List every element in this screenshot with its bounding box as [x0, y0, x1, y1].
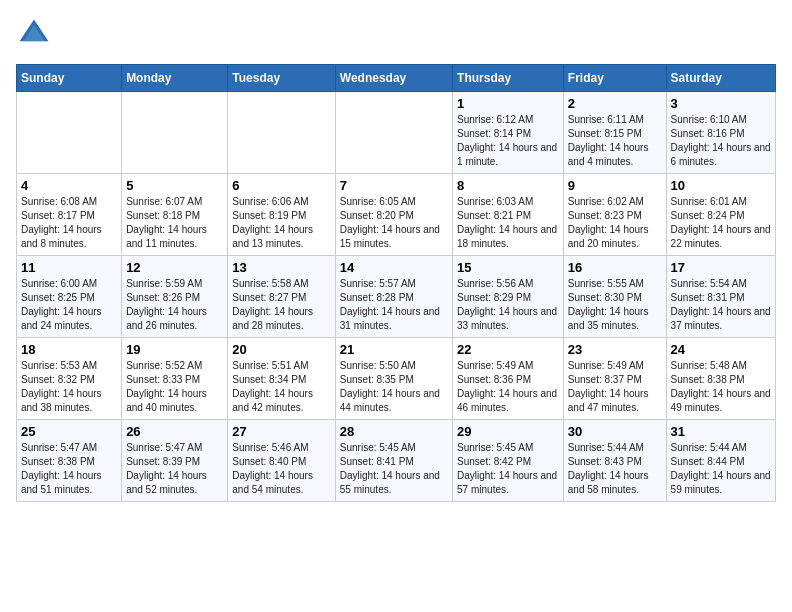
day-info: Sunrise: 5:55 AM Sunset: 8:30 PM Dayligh… — [568, 277, 662, 333]
day-info: Sunrise: 5:44 AM Sunset: 8:43 PM Dayligh… — [568, 441, 662, 497]
calendar-cell: 29Sunrise: 5:45 AM Sunset: 8:42 PM Dayli… — [453, 420, 564, 502]
calendar-cell: 8Sunrise: 6:03 AM Sunset: 8:21 PM Daylig… — [453, 174, 564, 256]
calendar-cell: 19Sunrise: 5:52 AM Sunset: 8:33 PM Dayli… — [122, 338, 228, 420]
calendar-cell: 2Sunrise: 6:11 AM Sunset: 8:15 PM Daylig… — [563, 92, 666, 174]
day-info: Sunrise: 5:59 AM Sunset: 8:26 PM Dayligh… — [126, 277, 223, 333]
calendar-cell: 12Sunrise: 5:59 AM Sunset: 8:26 PM Dayli… — [122, 256, 228, 338]
day-info: Sunrise: 6:07 AM Sunset: 8:18 PM Dayligh… — [126, 195, 223, 251]
day-info: Sunrise: 6:05 AM Sunset: 8:20 PM Dayligh… — [340, 195, 448, 251]
day-info: Sunrise: 6:11 AM Sunset: 8:15 PM Dayligh… — [568, 113, 662, 169]
day-number: 13 — [232, 260, 330, 275]
day-info: Sunrise: 5:45 AM Sunset: 8:41 PM Dayligh… — [340, 441, 448, 497]
day-info: Sunrise: 5:56 AM Sunset: 8:29 PM Dayligh… — [457, 277, 559, 333]
day-number: 25 — [21, 424, 117, 439]
day-number: 18 — [21, 342, 117, 357]
calendar-cell: 23Sunrise: 5:49 AM Sunset: 8:37 PM Dayli… — [563, 338, 666, 420]
weekday-header-saturday: Saturday — [666, 65, 775, 92]
day-info: Sunrise: 5:48 AM Sunset: 8:38 PM Dayligh… — [671, 359, 771, 415]
day-info: Sunrise: 5:49 AM Sunset: 8:36 PM Dayligh… — [457, 359, 559, 415]
day-number: 8 — [457, 178, 559, 193]
calendar-header: SundayMondayTuesdayWednesdayThursdayFrid… — [17, 65, 776, 92]
logo — [16, 16, 58, 52]
day-number: 3 — [671, 96, 771, 111]
day-number: 19 — [126, 342, 223, 357]
calendar-cell: 17Sunrise: 5:54 AM Sunset: 8:31 PM Dayli… — [666, 256, 775, 338]
calendar-cell: 5Sunrise: 6:07 AM Sunset: 8:18 PM Daylig… — [122, 174, 228, 256]
day-info: Sunrise: 6:06 AM Sunset: 8:19 PM Dayligh… — [232, 195, 330, 251]
day-info: Sunrise: 5:44 AM Sunset: 8:44 PM Dayligh… — [671, 441, 771, 497]
week-row-1: 1Sunrise: 6:12 AM Sunset: 8:14 PM Daylig… — [17, 92, 776, 174]
calendar-cell: 10Sunrise: 6:01 AM Sunset: 8:24 PM Dayli… — [666, 174, 775, 256]
day-number: 15 — [457, 260, 559, 275]
calendar-cell — [17, 92, 122, 174]
calendar-cell: 13Sunrise: 5:58 AM Sunset: 8:27 PM Dayli… — [228, 256, 335, 338]
weekday-header-tuesday: Tuesday — [228, 65, 335, 92]
calendar-cell: 26Sunrise: 5:47 AM Sunset: 8:39 PM Dayli… — [122, 420, 228, 502]
day-info: Sunrise: 6:12 AM Sunset: 8:14 PM Dayligh… — [457, 113, 559, 169]
page-header — [16, 16, 776, 52]
calendar-cell: 16Sunrise: 5:55 AM Sunset: 8:30 PM Dayli… — [563, 256, 666, 338]
calendar-body: 1Sunrise: 6:12 AM Sunset: 8:14 PM Daylig… — [17, 92, 776, 502]
week-row-4: 18Sunrise: 5:53 AM Sunset: 8:32 PM Dayli… — [17, 338, 776, 420]
day-number: 12 — [126, 260, 223, 275]
calendar-cell: 21Sunrise: 5:50 AM Sunset: 8:35 PM Dayli… — [335, 338, 452, 420]
day-info: Sunrise: 5:57 AM Sunset: 8:28 PM Dayligh… — [340, 277, 448, 333]
calendar-cell: 11Sunrise: 6:00 AM Sunset: 8:25 PM Dayli… — [17, 256, 122, 338]
weekday-header-wednesday: Wednesday — [335, 65, 452, 92]
day-info: Sunrise: 5:54 AM Sunset: 8:31 PM Dayligh… — [671, 277, 771, 333]
day-info: Sunrise: 5:58 AM Sunset: 8:27 PM Dayligh… — [232, 277, 330, 333]
calendar-cell: 20Sunrise: 5:51 AM Sunset: 8:34 PM Dayli… — [228, 338, 335, 420]
day-number: 14 — [340, 260, 448, 275]
day-number: 23 — [568, 342, 662, 357]
calendar-cell: 30Sunrise: 5:44 AM Sunset: 8:43 PM Dayli… — [563, 420, 666, 502]
calendar-cell: 1Sunrise: 6:12 AM Sunset: 8:14 PM Daylig… — [453, 92, 564, 174]
day-number: 10 — [671, 178, 771, 193]
day-info: Sunrise: 5:46 AM Sunset: 8:40 PM Dayligh… — [232, 441, 330, 497]
day-number: 7 — [340, 178, 448, 193]
day-info: Sunrise: 5:45 AM Sunset: 8:42 PM Dayligh… — [457, 441, 559, 497]
day-number: 24 — [671, 342, 771, 357]
week-row-2: 4Sunrise: 6:08 AM Sunset: 8:17 PM Daylig… — [17, 174, 776, 256]
day-number: 29 — [457, 424, 559, 439]
day-number: 21 — [340, 342, 448, 357]
day-info: Sunrise: 5:53 AM Sunset: 8:32 PM Dayligh… — [21, 359, 117, 415]
week-row-3: 11Sunrise: 6:00 AM Sunset: 8:25 PM Dayli… — [17, 256, 776, 338]
day-info: Sunrise: 5:50 AM Sunset: 8:35 PM Dayligh… — [340, 359, 448, 415]
calendar-cell: 3Sunrise: 6:10 AM Sunset: 8:16 PM Daylig… — [666, 92, 775, 174]
day-info: Sunrise: 6:02 AM Sunset: 8:23 PM Dayligh… — [568, 195, 662, 251]
day-info: Sunrise: 5:47 AM Sunset: 8:39 PM Dayligh… — [126, 441, 223, 497]
calendar-cell: 25Sunrise: 5:47 AM Sunset: 8:38 PM Dayli… — [17, 420, 122, 502]
calendar-cell: 31Sunrise: 5:44 AM Sunset: 8:44 PM Dayli… — [666, 420, 775, 502]
calendar-cell: 6Sunrise: 6:06 AM Sunset: 8:19 PM Daylig… — [228, 174, 335, 256]
day-number: 1 — [457, 96, 559, 111]
day-number: 20 — [232, 342, 330, 357]
day-number: 5 — [126, 178, 223, 193]
calendar-cell: 4Sunrise: 6:08 AM Sunset: 8:17 PM Daylig… — [17, 174, 122, 256]
weekday-header-sunday: Sunday — [17, 65, 122, 92]
day-info: Sunrise: 5:47 AM Sunset: 8:38 PM Dayligh… — [21, 441, 117, 497]
day-number: 4 — [21, 178, 117, 193]
day-info: Sunrise: 6:10 AM Sunset: 8:16 PM Dayligh… — [671, 113, 771, 169]
calendar-cell: 28Sunrise: 5:45 AM Sunset: 8:41 PM Dayli… — [335, 420, 452, 502]
calendar-cell: 22Sunrise: 5:49 AM Sunset: 8:36 PM Dayli… — [453, 338, 564, 420]
day-number: 26 — [126, 424, 223, 439]
day-number: 27 — [232, 424, 330, 439]
day-number: 16 — [568, 260, 662, 275]
day-number: 28 — [340, 424, 448, 439]
weekday-header-monday: Monday — [122, 65, 228, 92]
day-number: 9 — [568, 178, 662, 193]
day-number: 6 — [232, 178, 330, 193]
day-info: Sunrise: 6:00 AM Sunset: 8:25 PM Dayligh… — [21, 277, 117, 333]
calendar-cell: 24Sunrise: 5:48 AM Sunset: 8:38 PM Dayli… — [666, 338, 775, 420]
day-number: 17 — [671, 260, 771, 275]
day-info: Sunrise: 6:01 AM Sunset: 8:24 PM Dayligh… — [671, 195, 771, 251]
calendar-cell: 7Sunrise: 6:05 AM Sunset: 8:20 PM Daylig… — [335, 174, 452, 256]
day-info: Sunrise: 6:03 AM Sunset: 8:21 PM Dayligh… — [457, 195, 559, 251]
day-info: Sunrise: 5:49 AM Sunset: 8:37 PM Dayligh… — [568, 359, 662, 415]
calendar-cell — [122, 92, 228, 174]
day-number: 30 — [568, 424, 662, 439]
calendar-cell: 18Sunrise: 5:53 AM Sunset: 8:32 PM Dayli… — [17, 338, 122, 420]
week-row-5: 25Sunrise: 5:47 AM Sunset: 8:38 PM Dayli… — [17, 420, 776, 502]
calendar-cell — [335, 92, 452, 174]
day-number: 22 — [457, 342, 559, 357]
